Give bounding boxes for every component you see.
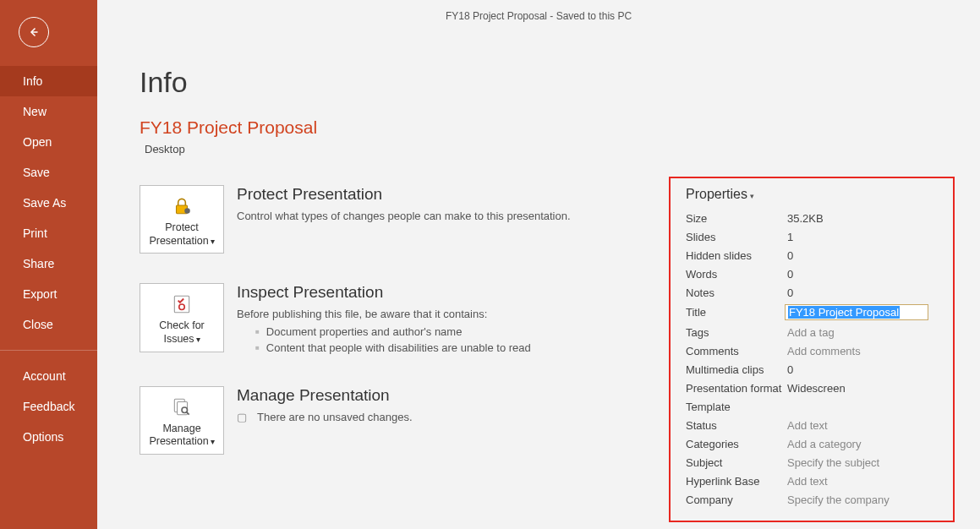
prop-value-placeholder[interactable]: Add a tag bbox=[787, 326, 835, 339]
prop-label: Company bbox=[686, 494, 787, 506]
prop-label: Size bbox=[686, 212, 787, 225]
chevron-down-icon: ▾ bbox=[211, 437, 215, 448]
prop-value: 0 bbox=[787, 249, 793, 262]
prop-row-slides: Slides1 bbox=[686, 227, 943, 246]
chevron-down-icon: ▾ bbox=[750, 192, 754, 200]
prop-label: Tags bbox=[686, 326, 787, 339]
protect-title: Protect Presentation bbox=[237, 185, 571, 204]
prop-label: Title bbox=[686, 306, 787, 319]
prop-value-placeholder[interactable]: Add comments bbox=[787, 345, 861, 357]
properties-dropdown[interactable]: Properties▾ bbox=[686, 187, 943, 202]
prop-label: Comments bbox=[686, 345, 787, 357]
nav-item-feedback[interactable]: Feedback bbox=[0, 391, 97, 422]
prop-value: 35.2KB bbox=[787, 212, 824, 225]
arrow-left-icon bbox=[26, 25, 41, 40]
nav-item-info[interactable]: Info bbox=[0, 66, 97, 96]
nav-item-close[interactable]: Close bbox=[0, 309, 97, 340]
prop-row-comments: CommentsAdd comments bbox=[686, 341, 943, 360]
inspect-bullet: Document properties and author's name bbox=[255, 324, 531, 341]
lock-icon bbox=[144, 194, 220, 218]
nav-item-saveas[interactable]: Save As bbox=[0, 188, 97, 218]
document-search-icon bbox=[144, 395, 220, 419]
prop-label: Categories bbox=[686, 438, 787, 450]
manage-title: Manage Presentation bbox=[237, 386, 413, 405]
protect-presentation-button[interactable]: Protect Presentation▾ bbox=[140, 185, 224, 254]
prop-row-status: StatusAdd text bbox=[686, 416, 943, 434]
prop-row-size: Size35.2KB bbox=[686, 209, 943, 227]
save-status: Saved to this PC bbox=[556, 10, 632, 22]
prop-value-placeholder[interactable]: Add text bbox=[787, 475, 828, 488]
prop-value: 0 bbox=[787, 363, 793, 376]
properties-panel: Properties▾ Size35.2KBSlides1Hidden slid… bbox=[669, 177, 955, 522]
window-titlebar: FY18 Project Proposal - Saved to this PC bbox=[97, 0, 980, 22]
inspect-title: Inspect Presentation bbox=[237, 283, 531, 302]
prop-value: 0 bbox=[787, 286, 793, 299]
nav-item-open[interactable]: Open bbox=[0, 127, 97, 157]
prop-label: Status bbox=[686, 419, 787, 432]
nav-item-save[interactable]: Save bbox=[0, 157, 97, 188]
prop-row-hyperlink-base: Hyperlink BaseAdd text bbox=[686, 472, 943, 490]
prop-row-multimedia-clips: Multimedia clips0 bbox=[686, 360, 943, 379]
inspect-desc: Before publishing this file, be aware th… bbox=[237, 307, 531, 323]
manage-desc: There are no unsaved changes. bbox=[257, 411, 413, 423]
prop-label: Notes bbox=[686, 286, 787, 299]
prop-value-placeholder[interactable]: Add text bbox=[787, 419, 828, 432]
document-icon: ▢ bbox=[237, 410, 250, 426]
inspect-bullet: Content that people with disabilities ar… bbox=[255, 341, 531, 357]
nav-item-share[interactable]: Share bbox=[0, 248, 97, 279]
backstage-main: FY18 Project Proposal - Saved to this PC… bbox=[97, 0, 980, 529]
prop-row-words: Words0 bbox=[686, 264, 943, 283]
prop-value: 0 bbox=[787, 268, 793, 281]
nav-item-new[interactable]: New bbox=[0, 96, 97, 127]
prop-label: Template bbox=[686, 401, 787, 413]
prop-row-title: TitleFY18 Project Proposal bbox=[686, 302, 943, 323]
prop-row-presentation-format: Presentation formatWidescreen bbox=[686, 379, 943, 397]
prop-row-notes: Notes0 bbox=[686, 283, 943, 302]
protect-desc: Control what types of changes people can… bbox=[237, 209, 571, 225]
prop-row-categories: CategoriesAdd a category bbox=[686, 434, 943, 453]
backstage-sidebar: InfoNewOpenSaveSave AsPrintShareExportCl… bbox=[0, 0, 97, 529]
inspect-bullet-list: Document properties and author's nameCon… bbox=[237, 324, 531, 357]
checklist-icon bbox=[144, 292, 220, 316]
prop-value-placeholder[interactable]: Specify the subject bbox=[787, 456, 879, 469]
title-input[interactable]: FY18 Project Proposal bbox=[785, 304, 928, 320]
chevron-down-icon: ▾ bbox=[196, 335, 200, 346]
back-button[interactable] bbox=[19, 17, 49, 47]
document-title: FY18 Project Proposal bbox=[140, 117, 980, 138]
nav-item-print[interactable]: Print bbox=[0, 218, 97, 248]
document-location: Desktop bbox=[145, 143, 980, 155]
page-heading: Info bbox=[140, 66, 980, 99]
prop-label: Presentation format bbox=[686, 382, 787, 395]
prop-label: Hidden slides bbox=[686, 249, 787, 262]
prop-value: Widescreen bbox=[787, 382, 846, 395]
prop-row-company: CompanySpecify the company bbox=[686, 490, 943, 509]
prop-row-hidden-slides: Hidden slides0 bbox=[686, 246, 943, 264]
check-for-issues-button[interactable]: Check for Issues▾ bbox=[140, 283, 224, 352]
doc-filename: FY18 Project Proposal bbox=[446, 10, 547, 22]
prop-label: Slides bbox=[686, 231, 787, 243]
prop-label: Words bbox=[686, 268, 787, 281]
prop-value: 1 bbox=[787, 231, 793, 243]
chevron-down-icon: ▾ bbox=[211, 237, 215, 248]
prop-value-placeholder[interactable]: Add a category bbox=[787, 438, 861, 450]
nav-item-export[interactable]: Export bbox=[0, 279, 97, 309]
manage-presentation-button[interactable]: Manage Presentation▾ bbox=[140, 386, 224, 455]
prop-label: Multimedia clips bbox=[686, 363, 787, 376]
prop-value-placeholder[interactable]: Specify the company bbox=[787, 494, 890, 506]
nav-item-options[interactable]: Options bbox=[0, 422, 97, 452]
nav-divider bbox=[0, 350, 97, 351]
prop-label: Subject bbox=[686, 456, 787, 469]
prop-label: Hyperlink Base bbox=[686, 475, 787, 488]
prop-row-tags: TagsAdd a tag bbox=[686, 323, 943, 341]
nav-item-account[interactable]: Account bbox=[0, 361, 97, 391]
svg-point-1 bbox=[184, 208, 190, 214]
prop-row-template: Template bbox=[686, 397, 943, 416]
prop-row-subject: SubjectSpecify the subject bbox=[686, 453, 943, 472]
